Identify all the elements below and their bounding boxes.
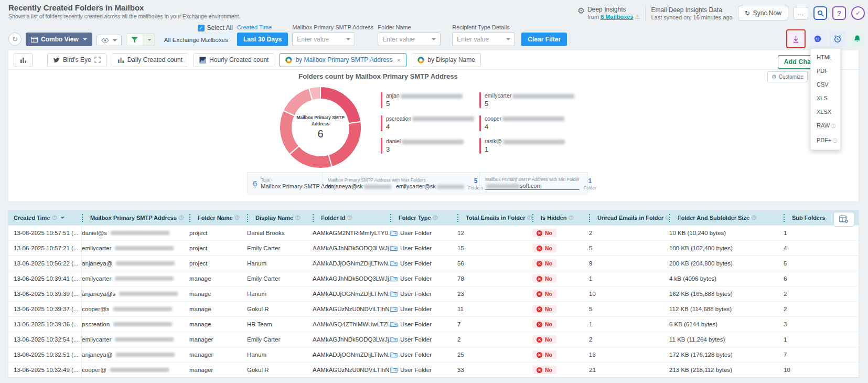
recipient-filter-select[interactable]: Enter value: [452, 33, 515, 46]
export-option-raw[interactable]: RAWⓘ: [811, 119, 840, 133]
legend-item[interactable]: cooper4: [479, 115, 578, 132]
feedback-button[interactable]: [809, 31, 826, 47]
is-hidden-text: No: [545, 245, 552, 251]
cell-folder-size: 6 KB (6144 bytes): [669, 321, 784, 327]
column-header-mailbox-primary-smtp-address[interactable]: Mailbox Primary SMTP Addressⓘ: [82, 214, 189, 222]
column-header-sub-folders[interactable]: Sub Foldersⓘ: [784, 214, 826, 222]
filter-button[interactable]: [126, 34, 155, 46]
donut-segment[interactable]: [328, 122, 361, 167]
column-header-unread-emails-in-folder[interactable]: Unread Emails in Folderⓘ: [589, 214, 669, 222]
column-separator: [589, 214, 590, 222]
export-option-xlsx[interactable]: XLSX: [811, 105, 840, 119]
column-label: Folder Id: [321, 215, 345, 221]
redacted-email: [119, 292, 178, 296]
schedule-button[interactable]: [829, 31, 845, 47]
table-row[interactable]: 13-06-2025 10:39:41 (...emilycartermanag…: [8, 271, 859, 286]
is-hidden-text: No: [545, 321, 552, 327]
donut-segment[interactable]: [320, 87, 361, 123]
legend-item[interactable]: rasik@1: [479, 138, 578, 154]
table-row[interactable]: 13-06-2025 10:32:51 (...anjaneya@manager…: [8, 347, 859, 362]
column-header-is-hidden[interactable]: Is Hiddenⓘ: [532, 214, 589, 222]
export-option-pdf[interactable]: PDF: [811, 64, 840, 78]
help-button[interactable]: ?: [832, 6, 846, 20]
column-header-folder-id[interactable]: Folder Idⓘ: [313, 214, 390, 222]
table-row[interactable]: 13-06-2025 10:56:22 (...anjaneya@project…: [8, 256, 859, 271]
sort-caret-icon[interactable]: [60, 217, 65, 219]
column-header-folder-type[interactable]: Folder Typeⓘ: [390, 214, 457, 222]
cell-display-name: HR Team: [247, 321, 313, 327]
tab-label: by Display Name: [427, 56, 475, 63]
legend-marker: [381, 115, 382, 131]
mailboxes-link[interactable]: 6 Mailboxes: [601, 14, 633, 20]
combo-view-label: Combo View: [41, 36, 79, 43]
donut-segment[interactable]: [283, 88, 313, 115]
donut-segment[interactable]: [280, 111, 299, 154]
cell-folder-id: AAMkADJjOGNmZDljLTIwN...: [313, 291, 390, 297]
column-header-created-time[interactable]: Created Timeⓘ: [14, 210, 82, 225]
folder-name-filter-select[interactable]: Enter value: [378, 33, 441, 46]
clear-filter-button[interactable]: Clear Filter: [521, 33, 567, 46]
combo-view-button[interactable]: Combo View: [26, 33, 92, 46]
close-icon[interactable]: ×: [397, 56, 401, 64]
column-header-display-name[interactable]: Display Nameⓘ: [247, 214, 313, 222]
cell-sub-folders: 1: [784, 230, 826, 236]
tab-by-mailbox-primary-smtp-address[interactable]: by Mailbox Primary SMTP Address×: [280, 53, 406, 67]
column-label: Created Time: [14, 215, 50, 221]
expand-icon[interactable]: [94, 57, 101, 63]
cell-total-emails: 11: [457, 306, 532, 312]
export-option-html[interactable]: HTML: [811, 50, 840, 64]
tab-bird-s-eye[interactable]: Bird's Eye: [47, 53, 106, 67]
legend-marker: [479, 115, 481, 131]
column-header-folder-name[interactable]: Folder Nameⓘ: [189, 214, 247, 222]
gear-icon: ⚙: [577, 7, 585, 15]
table-row[interactable]: 13-06-2025 10:57:21 (...emilycarterproje…: [8, 240, 859, 256]
table-row[interactable]: 13-06-2025 10:39:37 (...cooper@smanageGo…: [8, 301, 859, 316]
sync-now-button[interactable]: ↻Sync Now: [738, 6, 788, 20]
tab-by-display-name[interactable]: by Display Name: [412, 53, 481, 67]
column-separator: [457, 214, 458, 222]
chart-summary-bar: 6 Total Mailbox Primary SMTP Addr... Mai…: [247, 172, 588, 194]
page-title: Recently Created Folders in Mailbox: [8, 3, 240, 12]
redacted-email: [116, 261, 175, 265]
header-right: ⚙ Deep Insights from 6 Mailboxes⚠ Email …: [577, 3, 865, 23]
chart-list-button[interactable]: [14, 53, 33, 67]
export-option-csv[interactable]: CSV: [811, 78, 840, 91]
legend-item[interactable]: daniel3: [381, 138, 479, 154]
legend-item[interactable]: pscreation4: [381, 115, 479, 132]
redacted-email: [412, 116, 474, 121]
table-row[interactable]: 13-06-2025 10:32:54 (...emilycartermanag…: [8, 332, 859, 347]
column-separator: [532, 214, 533, 222]
recipient-filter-label: Recipient Type Details: [452, 24, 509, 30]
is-hidden-text: No: [545, 367, 552, 373]
visibility-button[interactable]: [97, 35, 122, 46]
column-header-folder-and-subfolder-size[interactable]: Folder And Subfolder Sizeⓘ: [669, 214, 784, 222]
export-option-pdf[interactable]: PDF+ⓘ: [811, 133, 840, 148]
select-all-checkbox[interactable]: ✓ Select All: [198, 24, 233, 31]
table-row[interactable]: 13-06-2025 10:39:36 (...pscreationmanage…: [8, 316, 859, 332]
search-button[interactable]: [813, 6, 827, 20]
table-row[interactable]: 13-06-2025 10:39:39 (...anjaneya@smanage…: [8, 286, 859, 301]
export-option-xls[interactable]: XLS: [811, 91, 840, 105]
column-header-total-emails-in-folder[interactable]: Total Emails in Folderⓘ: [457, 214, 532, 222]
support-button[interactable]: ✓: [851, 6, 865, 20]
mailbox-scope-chip[interactable]: All Exchange Mailboxes: [159, 34, 233, 46]
cell-folder-type: User Folder: [390, 306, 457, 312]
table-row[interactable]: 13-06-2025 10:32:49 (...cooper@managerGo…: [8, 362, 859, 377]
customize-button[interactable]: ⚙Customize: [767, 71, 808, 82]
table-row[interactable]: 13-06-2025 10:57:51 (...daniel@sprojectD…: [8, 225, 859, 240]
alerts-button[interactable]: [849, 31, 865, 47]
smtp-filter-select[interactable]: Enter value: [292, 33, 355, 46]
legend-item[interactable]: anjan5: [381, 92, 479, 109]
more-options-button[interactable]: ...: [794, 7, 808, 20]
is-hidden-badge: ✕No: [532, 290, 556, 298]
placeholder-text: Enter value: [457, 36, 489, 43]
tab-hourly-created-count[interactable]: Hourly Created count: [194, 53, 274, 67]
export-button[interactable]: [788, 31, 804, 47]
folder-icon: [390, 321, 398, 327]
legend-item[interactable]: emilycarter5: [479, 92, 578, 109]
tab-daily-created-count[interactable]: Daily Created count: [112, 53, 188, 67]
reset-view-button[interactable]: ↻: [8, 33, 22, 46]
created-time-filter-button[interactable]: Last 30 Days: [237, 33, 288, 46]
column-settings-button[interactable]: [833, 212, 854, 227]
summary-min-value[interactable]: soft.com: [485, 183, 580, 190]
